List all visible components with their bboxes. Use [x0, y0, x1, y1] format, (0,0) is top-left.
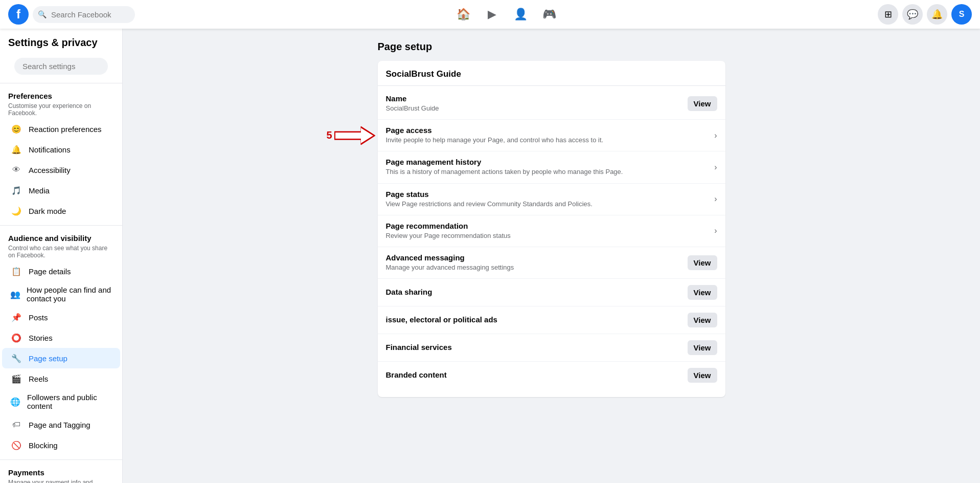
row-title-political-ads: issue, electoral or political ads [386, 315, 688, 324]
settings-row-financial-services[interactable]: Financial services View [378, 334, 725, 362]
annotation-arrow-icon [334, 125, 375, 146]
sidebar-item-find-contact[interactable]: 👥 How people can find and contact you [2, 281, 120, 307]
row-title-page-access: Page access [386, 126, 715, 135]
stories-icon: ⭕ [10, 332, 22, 344]
row-text-financial-services: Financial services [386, 343, 688, 353]
row-action-name: View [688, 96, 717, 111]
sidebar-item-label: Posts [29, 313, 48, 322]
sidebar-item-reaction-preferences[interactable]: 😊 Reaction preferences [2, 119, 120, 139]
sidebar-item-label: How people can find and contact you [27, 286, 112, 303]
row-text-branded-content: Branded content [386, 370, 688, 380]
annotation-number: 5 [327, 129, 332, 141]
settings-row-page-status[interactable]: Page status View Page restrictions and r… [378, 184, 725, 215]
sidebar-item-stories[interactable]: ⭕ Stories [2, 327, 120, 348]
svg-marker-1 [334, 126, 375, 145]
sidebar-item-notifications[interactable]: 🔔 Notifications [2, 139, 120, 160]
row-text-page-access: Page access Invite people to help manage… [386, 126, 715, 145]
row-text-data-sharing: Data sharing [386, 288, 688, 297]
sidebar-divider-2 [0, 225, 122, 226]
people-nav-button[interactable]: 👤 [509, 2, 533, 27]
row-title-page-recommendation: Page recommendation [386, 222, 715, 230]
step-annotation-5: 5 [327, 125, 375, 146]
branded-content-view-button[interactable]: View [688, 368, 717, 383]
settings-row-page-recommendation[interactable]: Page recommendation Review your Page rec… [378, 215, 725, 247]
row-title-page-management: Page management history [386, 158, 715, 166]
row-action-page-access: › [714, 131, 717, 140]
row-action-page-recommendation: › [714, 226, 717, 235]
group-title-preferences: Preferences [0, 87, 122, 102]
sidebar-item-page-setup[interactable]: 🔧 Page setup [2, 348, 120, 368]
sidebar-item-label: Followers and public content [27, 393, 112, 410]
political-ads-view-button[interactable]: View [688, 313, 717, 327]
row-text-political-ads: issue, electoral or political ads [386, 315, 688, 325]
settings-row-advanced-messaging[interactable]: Advanced messaging Manage your advanced … [378, 247, 725, 279]
topnav-center: 🏠 ▶ 👤 🎮 [135, 2, 878, 27]
settings-row-political-ads[interactable]: issue, electoral or political ads View [378, 306, 725, 334]
dark-mode-icon: 🌙 [10, 205, 22, 217]
home-nav-button[interactable]: 🏠 [451, 2, 476, 27]
group-title-payments: Payments [0, 464, 122, 479]
sidebar-item-dark-mode[interactable]: 🌙 Dark mode [2, 201, 120, 221]
settings-row-data-sharing[interactable]: Data sharing View [378, 279, 725, 306]
settings-row-name[interactable]: Name SocialBrust Guide View [378, 88, 725, 120]
group-title-audience: Audience and visibility [0, 230, 122, 245]
row-desc-advanced-messaging: Manage your advanced messaging settings [386, 263, 688, 272]
sidebar-item-blocking[interactable]: 🚫 Blocking [2, 435, 120, 455]
main-content: Page setup SocialBrust Guide Name Social… [123, 29, 980, 483]
topnav-left: f 🔍 [8, 4, 135, 25]
row-text-page-management: Page management history This is a histor… [386, 158, 715, 177]
messenger-icon-button[interactable]: 💬 [902, 4, 923, 25]
settings-row-page-management[interactable]: Page management history This is a histor… [378, 151, 725, 183]
settings-row-branded-content[interactable]: Branded content View [378, 362, 725, 389]
settings-search-input[interactable] [14, 58, 108, 75]
chevron-right-icon: › [714, 226, 717, 235]
row-action-page-management: › [714, 163, 717, 172]
advanced-messaging-view-button[interactable]: View [688, 255, 717, 270]
topnav: f 🔍 🏠 ▶ 👤 🎮 ⊞ 💬 🔔 S [0, 0, 980, 29]
sidebar-item-label: Media [29, 186, 50, 195]
gaming-nav-button[interactable]: 🎮 [537, 2, 562, 27]
data-sharing-view-button[interactable]: View [688, 285, 717, 300]
row-text-page-recommendation: Page recommendation Review your Page rec… [386, 222, 715, 240]
sidebar-item-label: Reaction preferences [29, 125, 102, 134]
settings-row-page-access[interactable]: 5 Page acces [378, 120, 725, 151]
page-title: Page setup [378, 41, 725, 53]
sidebar-item-label: Page and Tagging [29, 421, 90, 429]
row-title-advanced-messaging: Advanced messaging [386, 253, 688, 262]
video-nav-button[interactable]: ▶ [480, 2, 505, 27]
sidebar-item-reels[interactable]: 🎬 Reels [2, 368, 120, 389]
row-title-data-sharing: Data sharing [386, 288, 688, 296]
sidebar-item-followers[interactable]: 🌐 Followers and public content [2, 389, 120, 414]
bell-icon-button[interactable]: 🔔 [927, 4, 947, 25]
sidebar-item-page-details[interactable]: 📋 Page details [2, 261, 120, 281]
facebook-logo[interactable]: f [8, 4, 29, 25]
sidebar-item-page-tagging[interactable]: 🏷 Page and Tagging [2, 414, 120, 435]
grid-icon-button[interactable]: ⊞ [878, 4, 898, 25]
row-text-advanced-messaging: Advanced messaging Manage your advanced … [386, 253, 688, 272]
page-tagging-icon: 🏷 [10, 419, 22, 431]
search-input[interactable] [33, 6, 135, 23]
financial-services-view-button[interactable]: View [688, 340, 717, 355]
row-action-financial-services: View [688, 340, 717, 355]
page-details-icon: 📋 [10, 265, 22, 277]
reels-icon: 🎬 [10, 372, 22, 385]
accessibility-icon: 👁 [10, 164, 22, 176]
chevron-right-icon: › [714, 131, 717, 140]
sidebar-item-posts[interactable]: 📌 Posts [2, 307, 120, 327]
row-desc-name: SocialBrust Guide [386, 104, 688, 113]
content-area: Page setup SocialBrust Guide Name Social… [378, 41, 725, 471]
page-setup-icon: 🔧 [10, 352, 22, 364]
topnav-right: ⊞ 💬 🔔 S [878, 4, 972, 25]
name-view-button[interactable]: View [688, 96, 717, 111]
user-avatar-button[interactable]: S [951, 4, 972, 25]
settings-card: SocialBrust Guide Name SocialBrust Guide… [378, 61, 725, 397]
sidebar-item-label: Notifications [29, 145, 71, 154]
row-action-branded-content: View [688, 368, 717, 383]
search-icon: 🔍 [38, 10, 47, 18]
sidebar-item-accessibility[interactable]: 👁 Accessibility [2, 160, 120, 180]
notifications-icon: 🔔 [10, 143, 22, 156]
sidebar-item-media[interactable]: 🎵 Media [2, 180, 120, 201]
sidebar-item-label: Accessibility [29, 166, 71, 174]
row-title-name: Name [386, 94, 688, 103]
posts-icon: 📌 [10, 311, 22, 323]
